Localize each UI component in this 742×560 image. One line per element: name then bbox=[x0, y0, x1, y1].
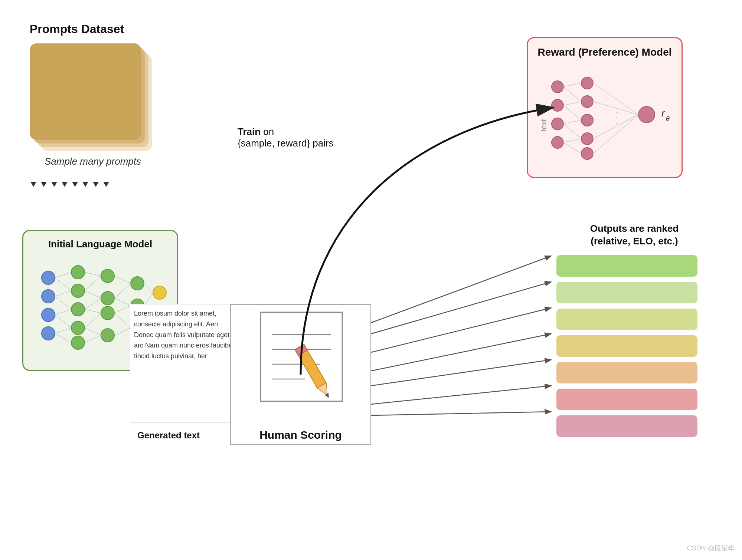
svg-point-54 bbox=[581, 114, 593, 126]
human-scoring-title: Human Scoring bbox=[231, 429, 370, 441]
train-text: Train on{sample, reward} pairs bbox=[238, 126, 334, 149]
svg-point-5 bbox=[71, 284, 85, 297]
svg-line-66 bbox=[563, 105, 581, 120]
svg-line-68 bbox=[563, 124, 581, 139]
prompts-title: Prompts Dataset bbox=[30, 22, 141, 36]
svg-line-92 bbox=[371, 412, 551, 415]
svg-line-30 bbox=[85, 276, 101, 291]
svg-text:text: text bbox=[540, 119, 548, 132]
svg-point-50 bbox=[552, 118, 563, 130]
stacked-cards bbox=[30, 43, 141, 147]
svg-line-44 bbox=[144, 293, 153, 306]
generated-text-label: Generated text bbox=[137, 430, 200, 441]
svg-line-36 bbox=[85, 335, 101, 343]
generated-text-box: Lorem ipsum dolor sit amet, consecte adi… bbox=[130, 304, 241, 423]
card-layer-1 bbox=[30, 43, 141, 140]
svg-line-26 bbox=[55, 315, 71, 328]
diagram: Prompts Dataset Sample many prompts bbox=[0, 0, 742, 560]
svg-line-64 bbox=[563, 87, 581, 102]
svg-line-86 bbox=[371, 256, 551, 323]
svg-line-38 bbox=[114, 283, 131, 298]
generated-text-content: Lorem ipsum dolor sit amet, consecte adi… bbox=[130, 304, 241, 365]
svg-line-37 bbox=[114, 276, 131, 283]
svg-point-8 bbox=[71, 336, 85, 349]
svg-line-24 bbox=[55, 296, 71, 309]
svg-point-48 bbox=[552, 81, 563, 93]
svg-text:r: r bbox=[661, 107, 666, 119]
human-scoring-box: Human Scoring bbox=[230, 304, 371, 445]
svg-point-1 bbox=[42, 290, 55, 303]
output-bar-1 bbox=[556, 255, 697, 277]
svg-line-34 bbox=[85, 313, 101, 328]
svg-line-91 bbox=[371, 386, 551, 404]
lang-model-title: Initial Language Model bbox=[31, 238, 170, 250]
svg-line-22 bbox=[55, 278, 71, 291]
human-scoring-icon bbox=[231, 305, 372, 424]
svg-line-31 bbox=[85, 291, 101, 298]
watermark: CSDN @段望华 bbox=[687, 544, 735, 553]
svg-line-69 bbox=[563, 139, 581, 142]
svg-point-9 bbox=[101, 269, 114, 283]
svg-point-6 bbox=[71, 303, 85, 316]
svg-line-40 bbox=[114, 306, 131, 313]
svg-line-29 bbox=[85, 272, 101, 276]
svg-line-32 bbox=[85, 298, 101, 309]
output-bar-7 bbox=[556, 415, 697, 437]
svg-line-27 bbox=[55, 328, 71, 333]
svg-line-67 bbox=[563, 120, 581, 124]
output-bar-2 bbox=[556, 282, 697, 303]
svg-line-21 bbox=[55, 272, 71, 278]
svg-point-2 bbox=[42, 308, 55, 322]
svg-point-53 bbox=[581, 96, 593, 108]
svg-point-52 bbox=[581, 77, 593, 89]
svg-point-56 bbox=[581, 148, 593, 159]
svg-point-49 bbox=[552, 99, 563, 111]
svg-line-63 bbox=[563, 83, 581, 87]
output-bar-3 bbox=[556, 309, 697, 330]
svg-point-4 bbox=[71, 266, 85, 279]
svg-line-42 bbox=[114, 328, 131, 335]
svg-line-23 bbox=[55, 291, 71, 296]
svg-line-89 bbox=[371, 334, 551, 371]
reward-model-nn: text · · · r θ bbox=[535, 65, 673, 172]
svg-line-41 bbox=[114, 313, 131, 328]
output-bar-5 bbox=[556, 362, 697, 383]
svg-line-28 bbox=[55, 333, 71, 343]
svg-point-60 bbox=[638, 106, 655, 123]
svg-point-51 bbox=[552, 136, 563, 148]
sample-text: Sample many prompts bbox=[30, 156, 156, 167]
output-bar-4 bbox=[556, 335, 697, 357]
svg-point-12 bbox=[101, 329, 114, 342]
svg-point-7 bbox=[71, 321, 85, 335]
svg-line-88 bbox=[371, 308, 551, 352]
prompts-section: Prompts Dataset bbox=[30, 22, 141, 147]
train-bold: Train bbox=[238, 126, 261, 137]
svg-text:θ: θ bbox=[666, 115, 670, 122]
reward-model-title: Reward (Preference) Model bbox=[535, 46, 674, 59]
svg-point-0 bbox=[42, 271, 55, 284]
svg-line-65 bbox=[563, 102, 581, 105]
svg-line-39 bbox=[114, 298, 131, 306]
svg-point-16 bbox=[153, 286, 166, 299]
svg-line-90 bbox=[371, 360, 551, 386]
output-bar-6 bbox=[556, 389, 697, 410]
outputs-section: Outputs are ranked(relative, ELO, etc.) bbox=[556, 223, 712, 437]
svg-line-35 bbox=[85, 328, 101, 335]
output-bars bbox=[556, 255, 712, 437]
svg-point-55 bbox=[581, 133, 593, 145]
reward-model-box: Reward (Preference) Model text · · · r θ bbox=[527, 37, 683, 178]
outputs-title: Outputs are ranked(relative, ELO, etc.) bbox=[556, 223, 712, 248]
svg-point-13 bbox=[131, 277, 144, 290]
svg-line-87 bbox=[371, 282, 551, 334]
svg-point-3 bbox=[42, 327, 55, 340]
svg-text:·: · bbox=[106, 302, 108, 311]
svg-line-33 bbox=[85, 309, 101, 313]
svg-line-43 bbox=[144, 283, 153, 293]
svg-line-70 bbox=[563, 142, 581, 154]
svg-line-25 bbox=[55, 309, 71, 315]
